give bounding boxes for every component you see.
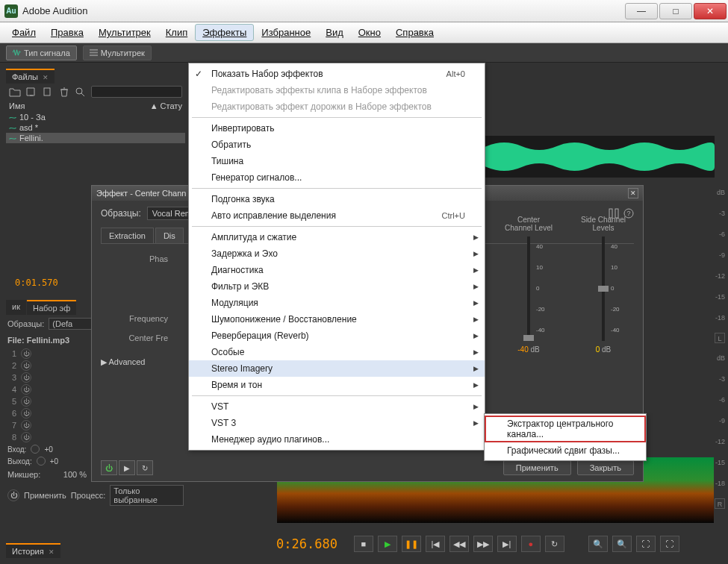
new-file-icon[interactable] bbox=[42, 87, 54, 97]
menu-vst3[interactable]: VST 3 bbox=[189, 415, 485, 431]
zoom-out-icon[interactable]: 🔍 bbox=[612, 536, 632, 552]
dialog-close-button[interactable]: ✕ bbox=[628, 188, 638, 198]
signal-type-button[interactable]: Тип сигнала bbox=[6, 46, 77, 60]
import-icon[interactable] bbox=[25, 87, 37, 97]
files-panel: Файлы Имя ▲ Стату ⁓10 - За ⁓asd * ⁓Felli… bbox=[6, 69, 185, 121]
channel-r-badge[interactable]: R bbox=[715, 498, 725, 509]
skip-start-button[interactable]: |◀ bbox=[426, 536, 445, 552]
window-title: Adobe Audition bbox=[22, 5, 87, 16]
menu-reverse[interactable]: Обратить bbox=[189, 137, 485, 153]
power-icon[interactable]: ⏻ bbox=[21, 396, 31, 407]
channel-l-badge[interactable]: L bbox=[715, 333, 725, 343]
menu-clip[interactable]: Клип bbox=[158, 24, 195, 41]
side-level-slider[interactable]: Side Channel Levels 40100-20-40 0 dB bbox=[577, 216, 629, 354]
rack-apply-button[interactable]: Применить bbox=[24, 491, 66, 500]
presets-label: Образцы: bbox=[7, 319, 44, 328]
svg-rect-3 bbox=[44, 88, 50, 95]
menu-effects[interactable]: Эффекты bbox=[195, 24, 254, 41]
process-dropdown[interactable]: Только выбранные bbox=[110, 485, 184, 506]
record-button[interactable]: ● bbox=[521, 536, 541, 552]
input-gain-knob[interactable] bbox=[31, 445, 40, 454]
menu-window[interactable]: Окно bbox=[351, 24, 388, 41]
file-row[interactable]: ⁓10 - За bbox=[6, 112, 185, 122]
menu-delay[interactable]: Задержка и Эхо bbox=[189, 245, 485, 262]
effect-power-button[interactable]: ⏻ bbox=[101, 460, 117, 475]
presets-label: Образцы: bbox=[101, 208, 141, 219]
menu-graphic-phase-shifter[interactable]: Графический сдвиг фазы... bbox=[485, 442, 646, 459]
menu-edit[interactable]: Правка bbox=[43, 24, 91, 41]
center-level-slider[interactable]: Center Channel Level 40100-20-40 -40 dB bbox=[503, 216, 555, 354]
menu-reverb[interactable]: Реверберация (Reverb) bbox=[189, 328, 485, 344]
timecode-display[interactable]: 0:26.680 bbox=[276, 536, 337, 551]
menu-match-loudness[interactable]: Подгонка звука bbox=[189, 191, 485, 207]
close-effect-button[interactable]: Закрыть bbox=[577, 460, 634, 475]
files-search-input[interactable] bbox=[91, 86, 182, 98]
file-row[interactable]: ⁓asd * bbox=[6, 122, 185, 133]
menu-invert[interactable]: Инвертировать bbox=[189, 120, 485, 137]
files-tab[interactable]: Файлы bbox=[6, 69, 55, 84]
menu-auto-heal[interactable]: Авто исправление выделенияCtrl+U bbox=[189, 207, 485, 224]
menu-generator[interactable]: Генератор сигналов... bbox=[189, 169, 485, 186]
effect-preview-play-button[interactable]: ▶ bbox=[119, 460, 135, 475]
power-icon[interactable]: ⏻ bbox=[21, 420, 31, 430]
menu-diagnostics[interactable]: Диагностика bbox=[189, 262, 485, 278]
delete-icon[interactable] bbox=[58, 87, 70, 97]
files-col-status[interactable]: ▲ Стату bbox=[150, 101, 182, 110]
menu-file[interactable]: Файл bbox=[4, 24, 43, 41]
tab-effects-rack[interactable]: Набор эф bbox=[27, 300, 76, 315]
power-icon[interactable]: ⏻ bbox=[21, 372, 31, 383]
open-folder-icon[interactable] bbox=[9, 87, 21, 97]
tab-ik[interactable]: ик bbox=[6, 300, 26, 315]
zoom-in-icon[interactable]: 🔍 bbox=[588, 536, 608, 552]
search-icon[interactable] bbox=[75, 87, 87, 97]
menu-center-channel-extractor[interactable]: Экстрактор центрального канала... bbox=[485, 416, 646, 442]
pause-button[interactable]: ❚❚ bbox=[402, 536, 421, 552]
menu-favorites[interactable]: Избранное bbox=[254, 24, 318, 41]
menu-silence[interactable]: Тишина bbox=[189, 153, 485, 169]
menu-vst[interactable]: VST bbox=[189, 398, 485, 415]
minimize-button[interactable]: — bbox=[625, 3, 658, 19]
discrimination-tab[interactable]: Dis bbox=[155, 228, 184, 243]
menu-special[interactable]: Особые bbox=[189, 344, 485, 360]
power-icon[interactable]: ⏻ bbox=[21, 348, 31, 359]
svg-rect-0 bbox=[90, 49, 98, 51]
menu-help[interactable]: Справка bbox=[388, 24, 441, 41]
menu-show-rack[interactable]: Показать Набор эффектовAlt+0 bbox=[189, 66, 485, 82]
effect-loop-button[interactable]: ↻ bbox=[137, 460, 153, 475]
app-icon: Au bbox=[4, 4, 18, 18]
menu-filter-eq[interactable]: Фильтр и ЭКВ bbox=[189, 278, 485, 295]
power-icon[interactable]: ⏻ bbox=[21, 384, 31, 395]
menu-plugin-manager[interactable]: Менеджер аудио плагинов... bbox=[189, 431, 485, 448]
history-tab[interactable]: История bbox=[6, 543, 60, 558]
effects-menu-dropdown: Показать Набор эффектовAlt+0 Редактирова… bbox=[188, 63, 485, 451]
power-icon[interactable]: ⏻ bbox=[21, 360, 31, 371]
menu-multitrack[interactable]: Мультитрек bbox=[91, 24, 158, 41]
rack-power-icon[interactable]: ⏻ bbox=[7, 489, 19, 501]
rewind-button[interactable]: ◀◀ bbox=[449, 536, 469, 552]
phase-label: Phas bbox=[101, 254, 168, 263]
play-button[interactable]: ▶ bbox=[378, 536, 397, 552]
menu-stereo-imagery[interactable]: Stereo Imagery bbox=[189, 360, 485, 377]
menu-noise-reduction[interactable]: Шумопонижение / Восстановление bbox=[189, 311, 485, 328]
zoom-selection-icon[interactable]: ⛶ bbox=[660, 536, 679, 552]
power-icon[interactable]: ⏻ bbox=[21, 432, 31, 442]
forward-button[interactable]: ▶▶ bbox=[473, 536, 493, 552]
output-gain-knob[interactable] bbox=[37, 457, 46, 466]
maximize-button[interactable]: □ bbox=[659, 3, 692, 19]
power-icon[interactable]: ⏻ bbox=[21, 408, 31, 419]
menu-view[interactable]: Вид bbox=[318, 24, 351, 41]
close-button[interactable]: ✕ bbox=[694, 3, 727, 19]
zoom-fit-icon[interactable]: ⛶ bbox=[636, 536, 656, 552]
menu-amplitude[interactable]: Амплитуда и сжатие bbox=[189, 229, 485, 245]
multitrack-button[interactable]: Мультитрек bbox=[83, 46, 152, 60]
extraction-tab[interactable]: Extraction bbox=[101, 228, 154, 243]
menu-time-pitch[interactable]: Время и тон bbox=[189, 377, 485, 393]
files-col-name[interactable]: Имя bbox=[9, 101, 25, 110]
svg-point-4 bbox=[76, 88, 82, 94]
file-row[interactable]: ⁓Fellini. bbox=[6, 133, 185, 143]
apply-button[interactable]: Применить bbox=[503, 460, 571, 475]
skip-end-button[interactable]: ▶| bbox=[497, 536, 517, 552]
stop-button[interactable]: ■ bbox=[354, 536, 373, 552]
menu-modulation[interactable]: Модуляция bbox=[189, 295, 485, 311]
loop-button[interactable]: ↻ bbox=[545, 536, 564, 552]
